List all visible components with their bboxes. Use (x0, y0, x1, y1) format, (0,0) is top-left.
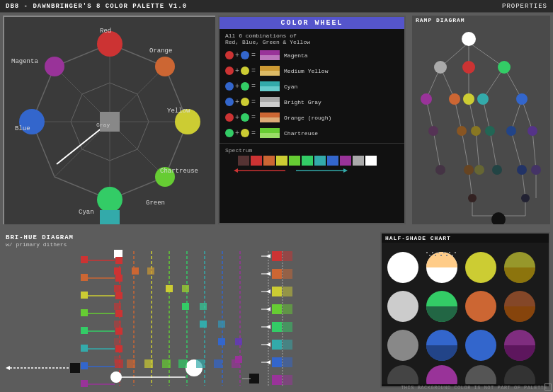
swatch-magenta (260, 50, 280, 60)
combo-bright-gray: + = Bright Gray (220, 94, 404, 110)
color-wheel-svg: Red Orange Yellow Chartreuse Green Cyan … (4, 17, 215, 224)
svg-point-71 (528, 126, 537, 136)
svg-point-187 (465, 252, 496, 283)
svg-rect-139 (218, 338, 225, 345)
half-shade-title: HALF-SHADE CHART (382, 234, 549, 243)
svg-point-74 (474, 165, 484, 175)
dot-green-3 (225, 129, 234, 137)
svg-point-59 (462, 61, 475, 74)
svg-rect-195 (426, 252, 428, 253)
spectrum-block-green (302, 156, 313, 166)
svg-rect-197 (432, 252, 433, 253)
svg-rect-152 (115, 275, 122, 282)
svg-point-10 (155, 57, 175, 76)
combo-chartreuse: + = Chartreuse (220, 125, 404, 141)
info-panel: COLOR WHEEL All 6 combinations ofRed, Bl… (218, 16, 406, 224)
svg-rect-166 (81, 274, 88, 281)
dot-yellow-3 (241, 129, 249, 137)
svg-marker-123 (266, 360, 270, 364)
spectrum-block-black (225, 156, 236, 166)
svg-rect-14 (100, 210, 120, 224)
svg-rect-200 (440, 255, 442, 256)
svg-line-45 (511, 131, 522, 170)
spectrum-block-white (365, 156, 377, 166)
properties-label: PROPERTIES (502, 3, 547, 10)
svg-point-57 (462, 32, 476, 46)
svg-rect-146 (162, 359, 171, 368)
svg-point-61 (421, 93, 432, 105)
swatch-chartreuse (260, 128, 280, 138)
svg-rect-154 (115, 310, 122, 317)
svg-text:Orange: Orange (149, 47, 172, 54)
dot-red-2 (225, 67, 234, 75)
bottom-note: THIS BACKGROUND COLOR IS NOT PART OF PAL… (401, 385, 547, 391)
svg-rect-167 (81, 292, 88, 299)
svg-rect-103 (283, 322, 292, 332)
svg-point-68 (471, 126, 481, 136)
bottom-section: BRI-HUE DIAGRAM w/ primary dithers (0, 229, 553, 392)
svg-text:Chartreuse: Chartreuse (160, 168, 198, 175)
info-title: COLOR WHEEL (220, 17, 404, 29)
ramp-panel: RAMP DIAGRAM (412, 16, 550, 224)
dot-yellow-1 (241, 67, 249, 75)
spectrum-block-gray (353, 156, 364, 166)
svg-rect-136 (200, 321, 207, 328)
swatch-bright-gray (260, 97, 280, 107)
spectrum-block-darkred (238, 156, 249, 166)
title-bar: DB8 - DAWNBRINGER'S 8 COLOR PALETTE V1.0… (0, 0, 553, 13)
svg-rect-170 (81, 345, 88, 352)
spectrum-block-magenta (340, 156, 351, 166)
svg-rect-102 (272, 322, 282, 332)
svg-rect-126 (114, 267, 121, 275)
svg-rect-150 (232, 359, 240, 368)
svg-text:Red: Red (100, 28, 111, 35)
svg-rect-101 (283, 304, 292, 314)
dot-green-1 (241, 82, 249, 91)
svg-point-73 (464, 165, 474, 175)
svg-marker-82 (6, 366, 10, 370)
svg-rect-134 (200, 303, 207, 310)
svg-rect-107 (283, 357, 292, 367)
svg-marker-115 (266, 289, 270, 294)
svg-rect-128 (147, 267, 154, 275)
svg-rect-127 (132, 267, 139, 275)
svg-rect-98 (272, 287, 282, 296)
svg-line-49 (476, 131, 479, 170)
svg-point-188 (465, 291, 496, 322)
svg-rect-199 (438, 252, 439, 253)
svg-rect-132 (114, 303, 121, 310)
svg-rect-155 (115, 328, 122, 335)
spectrum-arrows (225, 167, 367, 177)
half-shade-panel: HALF-SHADE CHART (380, 232, 550, 388)
svg-point-64 (477, 93, 489, 105)
corner-box (545, 384, 552, 391)
combo-cyan: + = Cyan (220, 79, 404, 94)
svg-rect-171 (81, 362, 88, 369)
svg-rect-151 (115, 257, 122, 264)
dot-green-2 (241, 113, 249, 122)
svg-rect-153 (115, 292, 122, 299)
info-subtitle: All 6 combinations ofRed, Blue, Green & … (220, 29, 404, 47)
svg-rect-133 (182, 303, 189, 310)
svg-rect-172 (81, 380, 88, 387)
svg-rect-198 (435, 255, 436, 256)
app-title: DB8 - DAWNBRINGER'S 8 COLOR PALETTE V1.0 (6, 3, 187, 10)
dot-yellow-2 (241, 98, 249, 106)
svg-rect-131 (182, 285, 189, 292)
combo-orange: + = Orange (rough) (220, 110, 404, 125)
svg-rect-169 (81, 327, 88, 334)
svg-point-63 (463, 93, 474, 105)
svg-point-70 (506, 126, 516, 136)
svg-point-178 (387, 252, 418, 283)
svg-rect-130 (166, 285, 173, 292)
svg-text:Blue: Blue (15, 125, 30, 132)
svg-text:Yellow: Yellow (167, 108, 190, 115)
svg-point-77 (531, 165, 541, 175)
spectrum-section: Spectrum (220, 143, 404, 184)
svg-point-75 (492, 165, 502, 175)
svg-rect-96 (272, 269, 282, 279)
dot-red-3 (225, 113, 234, 122)
combo-yellow: + = Medium Yellow (220, 63, 404, 79)
spectrum-block-cyan (314, 156, 326, 166)
ramp-title: RAMP DIAGRAM (412, 16, 550, 25)
